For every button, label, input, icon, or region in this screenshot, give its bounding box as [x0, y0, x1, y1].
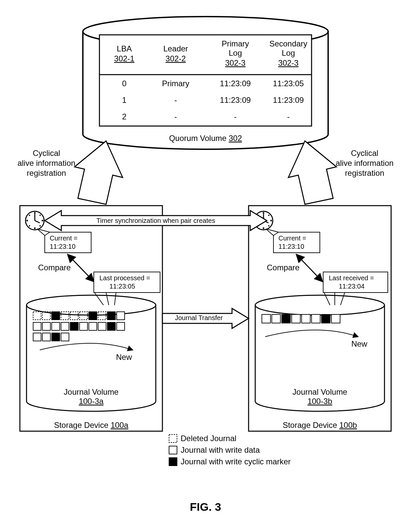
cyclical-label-left: Cyclical alive information registration — [18, 149, 76, 177]
svg-text:11:23:10: 11:23:10 — [278, 243, 304, 250]
svg-rect-96 — [322, 314, 330, 323]
svg-rect-56 — [98, 322, 106, 330]
svg-text:Journal with write data: Journal with write data — [181, 445, 260, 454]
svg-text:11:23:10: 11:23:10 — [50, 243, 76, 250]
row2-s: - — [287, 112, 290, 121]
svg-rect-57 — [107, 322, 115, 330]
svg-rect-103 — [169, 446, 177, 454]
svg-rect-53 — [70, 322, 78, 330]
col-lba-label: LBA — [117, 44, 132, 53]
svg-rect-90 — [262, 314, 270, 323]
svg-point-21 — [39, 215, 41, 216]
svg-point-71 — [263, 228, 264, 229]
svg-rect-94 — [302, 314, 310, 323]
svg-rect-58 — [117, 322, 125, 330]
row2-leader: - — [174, 112, 177, 121]
device-left-label: Storage Device 100a — [54, 421, 129, 430]
device-right-label: Storage Device 100b — [283, 421, 357, 430]
col-leader-label: Leader — [163, 44, 188, 53]
svg-rect-61 — [52, 333, 60, 341]
svg-rect-95 — [312, 314, 320, 323]
col-secondary-2: Log — [282, 48, 295, 57]
col-secondary-ref: 302-3 — [278, 58, 298, 67]
svg-text:Timer synchronization when pai: Timer synchronization when pair creates — [96, 217, 215, 224]
col-leader-ref: 302-2 — [165, 54, 186, 63]
svg-rect-62 — [61, 333, 69, 341]
svg-rect-101 — [169, 434, 177, 442]
journal-volume-right: Journal Volume 100-3b New — [255, 295, 384, 411]
cyclical-label-right: Cyclical alive information registration — [336, 149, 394, 177]
svg-text:Last processed =: Last processed = — [99, 274, 150, 282]
svg-text:Last received =: Last received = — [329, 274, 374, 282]
svg-text:Current =: Current = — [50, 234, 78, 242]
svg-rect-48 — [117, 312, 125, 320]
svg-text:100-3b: 100-3b — [308, 397, 332, 406]
row0-p: 11:23:09 — [220, 79, 251, 88]
row2-lba: 2 — [122, 112, 126, 121]
svg-text:registration: registration — [27, 168, 66, 177]
svg-text:Deleted Journal: Deleted Journal — [181, 434, 236, 443]
row0-leader: Primary — [162, 79, 190, 88]
svg-text:Cyclical: Cyclical — [33, 149, 60, 158]
svg-rect-91 — [272, 314, 280, 323]
row0-lba: 0 — [122, 79, 126, 88]
svg-text:alive information: alive information — [18, 159, 76, 167]
svg-point-72 — [268, 215, 269, 216]
compare-label-right: Compare — [267, 263, 300, 272]
svg-text:Current =: Current = — [278, 234, 306, 242]
svg-rect-105 — [169, 458, 177, 466]
svg-point-68 — [263, 212, 264, 214]
svg-text:Journal with write cyclic mark: Journal with write cyclic marker — [181, 457, 291, 466]
svg-point-24 — [29, 225, 30, 227]
row1-lba: 1 — [122, 96, 126, 104]
up-arrow-left — [75, 141, 123, 204]
svg-text:Journal Volume: Journal Volume — [64, 387, 118, 396]
svg-text:11:23:05: 11:23:05 — [109, 283, 135, 290]
compare-label-left: Compare — [38, 263, 71, 272]
svg-rect-50 — [42, 322, 50, 330]
row1-s: 11:23:09 — [273, 96, 304, 104]
svg-point-20 — [34, 228, 36, 229]
svg-point-74 — [268, 225, 269, 227]
col-primary-ref: 302-3 — [225, 58, 245, 67]
row1-leader: - — [174, 96, 177, 104]
up-arrow-right — [288, 141, 336, 204]
journal-volume-left: Journal Volume 100-3a — [27, 295, 156, 411]
svg-point-69 — [270, 220, 272, 222]
row0-s: 11:23:05 — [273, 79, 304, 88]
svg-point-23 — [39, 225, 41, 227]
current-bubble-left: Current = 11:23:10 — [37, 229, 91, 253]
row1-p: 11:23:09 — [220, 96, 251, 104]
svg-rect-47 — [107, 312, 115, 320]
journal-transfer-arrow: Journal Transfer — [162, 308, 249, 328]
svg-text:New: New — [351, 339, 368, 348]
storage-device-right: Storage Device 100b Current = 11:23:10 C… — [249, 206, 391, 431]
svg-rect-41 — [52, 312, 60, 320]
svg-rect-45 — [89, 312, 97, 320]
svg-rect-55 — [89, 322, 97, 330]
svg-text:New: New — [116, 353, 132, 362]
svg-rect-49 — [33, 322, 41, 330]
legend: Deleted Journal Journal with write data … — [169, 434, 291, 466]
quorum-volume: LBA 302-1 Leader 302-2 Primary Log 302-3… — [83, 17, 328, 149]
svg-text:Journal Transfer: Journal Transfer — [175, 314, 223, 321]
svg-rect-92 — [282, 314, 290, 323]
svg-point-22 — [29, 215, 30, 216]
col-primary-2: Log — [229, 48, 242, 57]
svg-rect-52 — [61, 322, 69, 330]
svg-point-19 — [27, 220, 28, 222]
svg-rect-54 — [80, 322, 88, 330]
svg-rect-59 — [33, 333, 41, 341]
svg-text:11:23:04: 11:23:04 — [339, 283, 365, 290]
col-primary-1: Primary — [222, 39, 249, 48]
storage-device-left: Storage Device 100a Current = 11:23:10 C… — [20, 206, 162, 431]
svg-rect-97 — [331, 314, 340, 323]
figure-label: FIG. 3 — [190, 500, 221, 513]
svg-text:100-3a: 100-3a — [79, 397, 104, 406]
quorum-title: Quorum Volume 302 — [169, 134, 242, 143]
svg-text:Journal Volume: Journal Volume — [292, 387, 347, 396]
row2-p: - — [234, 112, 237, 121]
col-secondary-1: Secondary — [269, 39, 308, 48]
svg-rect-93 — [292, 314, 300, 323]
svg-text:alive information: alive information — [336, 159, 394, 167]
